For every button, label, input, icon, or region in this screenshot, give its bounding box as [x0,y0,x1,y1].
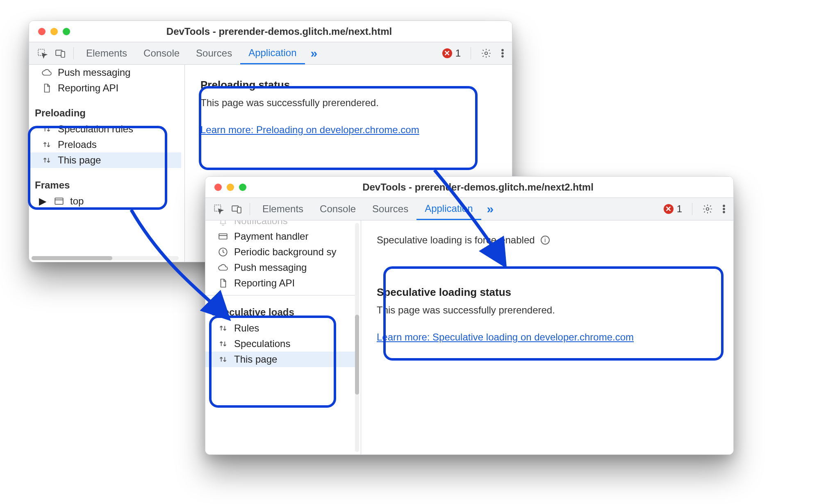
sidebar-item-notifications[interactable]: Notifications [205,220,357,229]
kebab-menu-icon[interactable] [497,48,508,59]
svg-point-5 [502,52,503,54]
sidebar-item-label: Preloads [58,139,97,150]
sidebar-item-reporting-api[interactable]: Reporting API [29,80,181,96]
learn-more-link[interactable]: Learn more: Speculative loading on devel… [377,331,634,343]
panel-heading: Speculative loading status [377,284,718,300]
sidebar-item-label: Reporting API [234,277,295,289]
toolbar-separator [250,203,250,215]
tab-application[interactable]: Application [416,198,481,220]
sidebar-item-reporting-api[interactable]: Reporting API [205,275,357,291]
sidebar-item-frame-top[interactable]: ▶ top [29,193,181,209]
arrows-icon [218,338,228,349]
sidebar-item-push-messaging[interactable]: Push messaging [29,65,181,80]
svg-point-13 [723,208,725,210]
sidebar-item-rules[interactable]: Rules [205,320,357,336]
error-count: 1 [455,48,461,59]
window-zoom-button[interactable] [239,184,246,191]
toolbar-separator [471,47,471,59]
sidebar: Push messaging Reporting API Preloading … [29,65,185,262]
document-icon [41,83,52,93]
sidebar-item-label: Rules [234,322,259,334]
window-title: DevTools - prerender-demos.glitch.me/nex… [79,26,512,37]
device-toolbar-icon[interactable] [51,48,69,59]
sidebar-item-label: Speculation rules [58,123,133,135]
cloud-icon [218,262,228,273]
devtools-window-2: DevTools - prerender-demos.glitch.me/nex… [205,176,734,455]
sidebar-section-speculative-loads[interactable]: Speculative loads [205,302,357,320]
sidebar-item-speculations[interactable]: Speculations [205,336,357,352]
arrows-icon [41,124,52,134]
titlebar: DevTools - prerender-demos.glitch.me/nex… [205,177,733,198]
titlebar: DevTools - prerender-demos.glitch.me/nex… [29,21,512,42]
sidebar-item-label: top [70,195,84,207]
error-icon: ✕ [664,204,674,214]
credit-card-icon [218,231,228,242]
sidebar-item-push-messaging[interactable]: Push messaging [205,260,357,275]
svg-rect-15 [219,234,227,239]
settings-gear-icon[interactable] [702,204,713,214]
arrows-icon [41,139,52,150]
sidebar-item-label: This page [234,354,277,365]
more-tabs-button[interactable]: » [305,46,323,60]
panel-body: This page was successfully prerendered. [200,95,496,110]
toolbar-separator [73,47,74,59]
sidebar-item-label: Speculations [234,338,290,350]
panel-heading: Preloading status [200,77,496,93]
sidebar-item-payment-handler[interactable]: Payment handler [205,229,357,244]
error-count: 1 [677,203,682,215]
sidebar: Notifications Payment handler Periodic b… [205,220,361,454]
tab-elements[interactable]: Elements [254,198,312,220]
svg-rect-10 [237,207,241,213]
tab-application[interactable]: Application [240,42,305,64]
svg-point-6 [502,56,503,57]
cloud-icon [41,67,52,78]
clock-icon [218,247,228,257]
arrows-icon [41,155,52,166]
sidebar-item-periodic-background-sync[interactable]: Periodic background sy [205,244,357,260]
sidebar-item-preloads[interactable]: Preloads [29,137,181,152]
settings-gear-icon[interactable] [481,48,492,59]
svg-point-14 [723,211,725,213]
device-toolbar-icon[interactable] [228,204,246,214]
inspect-icon[interactable] [209,204,228,214]
toolbar-separator [692,203,692,215]
tab-console[interactable]: Console [312,198,364,220]
tab-elements[interactable]: Elements [78,42,135,64]
window-title: DevTools - prerender-demos.glitch.me/nex… [255,182,733,193]
error-indicator[interactable]: ✕ 1 [664,203,682,215]
window-minimize-button[interactable] [50,28,58,35]
sidebar-item-this-page[interactable]: This page [205,352,357,367]
sidebar-item-label: Payment handler [234,231,308,242]
sidebar-section-frames[interactable]: Frames [29,175,181,193]
learn-more-link[interactable]: Learn more: Preloading on developer.chro… [200,124,419,135]
main-panel: Speculative loading is force-enabled i S… [361,220,733,454]
svg-point-4 [502,49,503,51]
svg-rect-7 [55,198,63,204]
tab-sources[interactable]: Sources [188,42,240,64]
svg-point-3 [485,52,488,55]
window-close-button[interactable] [38,28,46,35]
window-minimize-button[interactable] [227,184,234,191]
sidebar-item-label: Notifications [234,220,288,227]
svg-point-12 [723,205,725,207]
info-icon[interactable]: i [541,236,550,245]
sidebar-item-speculation-rules[interactable]: Speculation rules [29,121,181,137]
sidebar-item-label: Reporting API [58,82,118,94]
sidebar-item-label: Push messaging [234,262,307,273]
svg-rect-2 [61,52,65,57]
window-zoom-button[interactable] [63,28,70,35]
inspect-icon[interactable] [33,48,51,59]
sidebar-item-this-page[interactable]: This page [29,152,181,168]
window-close-button[interactable] [214,184,222,191]
more-tabs-button[interactable]: » [481,202,500,216]
sidebar-section-preloading[interactable]: Preloading [29,103,181,121]
tab-sources[interactable]: Sources [364,198,416,220]
window-icon [54,196,64,207]
arrows-icon [218,354,228,365]
tab-console[interactable]: Console [135,42,188,64]
error-indicator[interactable]: ✕ 1 [442,48,461,59]
vertical-scrollbar[interactable] [355,223,359,452]
horizontal-scrollbar[interactable] [32,256,179,260]
error-icon: ✕ [442,48,452,58]
kebab-menu-icon[interactable] [719,204,729,214]
